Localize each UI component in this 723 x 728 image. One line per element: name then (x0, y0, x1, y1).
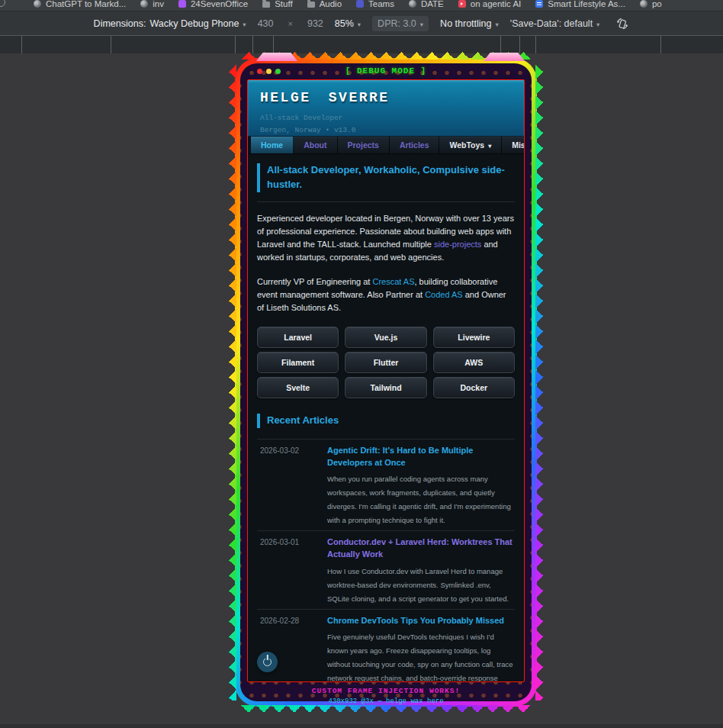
skill-button-aws[interactable]: AWS (433, 352, 515, 373)
bookmark-item[interactable]: Teams (356, 0, 394, 8)
site-location: Bergen, Norway • v13.0 (260, 124, 512, 137)
media-query-mark[interactable] (273, 36, 274, 53)
phone-bezel: [ DEBUG MODE ] HELGE SVERRE All-stack De… (240, 63, 532, 701)
chevron-down-icon: ▾ (488, 142, 491, 149)
intro-paragraph-1: Experienced developer located in Bergen,… (257, 212, 515, 264)
chevron-down-icon: ▾ (496, 20, 499, 27)
skill-button-flutter[interactable]: Flutter (345, 352, 426, 373)
folder-icon (307, 2, 315, 8)
nav-item-misc[interactable]: Misc▾ (502, 137, 525, 153)
media-query-mark[interactable] (21, 36, 22, 53)
divider (257, 201, 515, 202)
zigzag-border-bottom (241, 705, 531, 713)
frame-footer: CUSTOM FRAME INJECTION WORKS! 430x932 @3… (247, 687, 525, 705)
site-tagline: All-stack Developer (260, 112, 512, 124)
site-nav: Home About Projects Articles WebToys▾ Mi… (248, 137, 524, 154)
bookmarks-bar: ChatGPT to Markd... inv 24SevenOffice St… (0, 0, 723, 11)
globe-favicon-icon (640, 0, 647, 8)
chevron-down-icon: ▾ (358, 20, 361, 27)
skill-button-laravel[interactable]: Laravel (257, 327, 339, 348)
side-projects-link[interactable]: side-projects (434, 240, 481, 249)
article-row: 2026-03-02 Agentic Drift: It's Hard to B… (257, 439, 515, 530)
debug-mode-badge: [ DEBUG MODE ] (240, 66, 532, 76)
bookmark-item[interactable]: Smart Lifestyle As... (535, 0, 625, 8)
bezel-top-row: [ DEBUG MODE ] (240, 63, 532, 79)
bookmark-item[interactable]: 24SevenOffice (178, 0, 248, 8)
article-date: 2026-03-01 (260, 536, 320, 604)
nav-item-webtoys[interactable]: WebToys▾ (439, 137, 502, 153)
wacky-debug-phone-frame: [ DEBUG MODE ] HELGE SVERRE All-stack De… (229, 52, 543, 713)
frame-signature-message: 430x932 @3x — helge was here (247, 697, 525, 705)
folder-icon (262, 2, 270, 8)
media-query-mark[interactable] (235, 36, 236, 53)
bookmark-folder[interactable]: Audio (307, 0, 342, 8)
site-viewport: HELGE SVERRE All-stack Developer Bergen,… (247, 79, 525, 682)
article-title-link[interactable]: Conductor.dev + Laravel Herd: Worktrees … (327, 536, 515, 560)
site-subtitle: All-stack Developer Bergen, Norway • v13… (260, 112, 512, 136)
rotate-device-icon (615, 17, 629, 31)
pink-tape-decoration (256, 53, 297, 61)
power-icon (263, 658, 272, 666)
zigzag-border-left (229, 64, 236, 701)
bookmark-item[interactable]: DATE (409, 0, 444, 8)
globe-favicon-icon (140, 0, 148, 8)
purple-app-favicon-icon (178, 0, 186, 8)
nav-item-articles[interactable]: Articles (390, 137, 440, 153)
media-query-mark[interactable] (252, 36, 253, 53)
globe-favicon-icon (34, 0, 41, 8)
nav-item-projects[interactable]: Projects (338, 137, 390, 153)
media-query-mark[interactable] (660, 36, 661, 53)
article-date: 2026-03-02 (260, 445, 320, 526)
bookmark-item[interactable]: po (640, 0, 662, 8)
device-width-input[interactable]: 430 (258, 18, 274, 29)
docs-favicon-icon (535, 0, 543, 8)
nav-item-about[interactable]: About (294, 137, 337, 153)
article-summary: Five genuinely useful DevTools technique… (327, 633, 513, 682)
device-emulation-stage: [ DEBUG MODE ] HELGE SVERRE All-stack De… (0, 54, 723, 728)
skill-button-vuejs[interactable]: Vue.js (345, 327, 426, 348)
power-button[interactable] (257, 652, 278, 672)
skill-button-tailwind[interactable]: Tailwind (345, 377, 426, 398)
bookmark-item[interactable]: on agentic AI (458, 0, 522, 8)
device-select[interactable]: Dimensions: Wacky Debug Phone ▾ (94, 18, 246, 29)
rotate-device-button[interactable] (615, 17, 629, 31)
media-query-mark[interactable] (519, 36, 520, 53)
article-summary: When you run parallel coding agents acro… (327, 475, 511, 524)
clipped-favicon-icon (0, 0, 5, 7)
skill-button-livewire[interactable]: Livewire (433, 327, 515, 348)
media-query-mark[interactable] (500, 36, 501, 53)
video-favicon-icon (458, 0, 466, 8)
teams-favicon-icon (356, 0, 364, 8)
bookmark-item[interactable]: inv (140, 0, 164, 8)
skill-button-docker[interactable]: Docker (433, 377, 515, 398)
article-title-link[interactable]: Chrome DevTools Tips You Probably Missed (327, 615, 515, 627)
bookmark-folder[interactable]: Stuff (262, 0, 292, 8)
coded-link[interactable]: Coded AS (425, 290, 463, 299)
intro-paragraph-2: Currently VP of Engineering at Crescat A… (257, 275, 515, 314)
site-content: All-stack Developer, Workaholic, Compuls… (248, 163, 524, 682)
skill-button-filament[interactable]: Filament (257, 352, 339, 373)
media-query-mark[interactable] (535, 36, 536, 53)
save-data-select[interactable]: 'Save-Data': default ▾ (510, 18, 600, 29)
intro-heading: All-stack Developer, Workaholic, Compuls… (257, 163, 515, 192)
crescat-link[interactable]: Crescat AS (372, 277, 414, 286)
media-query-mark[interactable] (111, 36, 111, 53)
article-title-link[interactable]: Agentic Drift: It's Hard to Be Multiple … (327, 445, 515, 469)
dpr-select[interactable]: DPR: 3.0 ▾ (372, 16, 429, 31)
zigzag-border-right (535, 64, 543, 701)
skill-button-svelte[interactable]: Svelte (257, 377, 339, 398)
device-height-input[interactable]: 932 (307, 18, 323, 29)
zoom-select[interactable]: 85% ▾ (335, 18, 361, 29)
site-title: HELGE SVERRE (260, 90, 512, 105)
device-toolbar: Dimensions: Wacky Debug Phone ▾ 430 × 93… (0, 11, 723, 36)
chevron-down-icon: ▾ (420, 20, 423, 27)
article-row: 2026-02-28 Chrome DevTools Tips You Prob… (257, 609, 515, 682)
chevron-down-icon: ▾ (596, 20, 599, 27)
article-summary: How I use Conductor.dev with Laravel Her… (327, 567, 509, 603)
site-header: HELGE SVERRE All-stack Developer Bergen,… (248, 80, 524, 137)
throttling-select[interactable]: No throttling ▾ (440, 18, 499, 29)
articles-list: 2026-03-02 Agentic Drift: It's Hard to B… (257, 439, 515, 682)
bookmark-item[interactable]: ChatGPT to Markd... (34, 0, 126, 8)
media-query-bar (0, 36, 723, 53)
nav-item-home[interactable]: Home (251, 137, 294, 153)
